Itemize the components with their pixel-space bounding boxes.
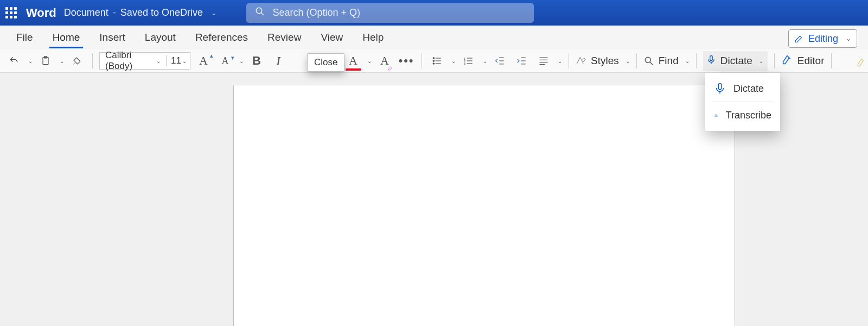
chevron-down-icon[interactable]: ⌄ — [483, 58, 487, 64]
menu-item-label: Transcribe — [726, 110, 771, 121]
tooltip-close: Close — [307, 53, 344, 72]
svg-text:3: 3 — [464, 62, 465, 66]
paste-button[interactable] — [37, 52, 54, 70]
styles-label: Styles — [591, 55, 619, 67]
svg-rect-30 — [718, 84, 722, 90]
more-options-button[interactable]: ••• — [398, 52, 415, 70]
tab-references[interactable]: References — [186, 26, 258, 49]
search-icon — [255, 7, 265, 19]
svg-point-4 — [433, 58, 435, 59]
format-painter-button[interactable] — [68, 52, 86, 70]
chevron-down-icon[interactable]: ⌄ — [367, 58, 372, 64]
chevron-down-icon: ⌄ — [685, 58, 690, 64]
svg-line-27 — [650, 62, 653, 65]
ribbon-toolbar: ⌄ ⌄ Calibri (Body) ⌄ 11 ⌄ A▴ A▾ ⌄ B I — [0, 49, 868, 73]
svg-point-8 — [433, 63, 435, 65]
font-name-value: Calibri (Body) — [105, 50, 155, 72]
chevron-down-icon[interactable]: ⌄ — [239, 58, 244, 64]
ribbon-tabs: File Home Insert Layout References Revie… — [0, 26, 868, 49]
title-bar: Word Document - Saved to OneDrive ⌄ Sear… — [0, 0, 868, 26]
search-placeholder: Search (Option + Q) — [272, 7, 360, 18]
tab-review[interactable]: Review — [258, 26, 311, 49]
find-button[interactable]: Find ⌄ — [643, 55, 690, 67]
clear-formatting-button[interactable]: A — [376, 52, 393, 70]
dictate-label: Dictate — [720, 55, 752, 67]
transcribe-icon — [714, 109, 718, 121]
menu-divider — [712, 102, 774, 102]
pencil-icon — [794, 34, 804, 43]
dictate-menu-dictate[interactable]: Dictate — [705, 77, 780, 100]
chevron-down-icon: ⌄ — [846, 35, 851, 42]
editor-label: Editor — [797, 55, 825, 67]
bullet-list-button[interactable] — [429, 52, 446, 70]
chevron-down-icon: ⌄ — [182, 58, 187, 64]
search-input[interactable]: Search (Option + Q) — [246, 3, 534, 23]
chevron-down-icon: ⌄ — [156, 58, 161, 64]
chevron-down-icon: ⌄ — [626, 58, 630, 64]
microphone-icon — [714, 83, 726, 95]
menu-item-label: Dictate — [733, 83, 764, 95]
editor-icon — [781, 54, 793, 68]
chevron-down-icon: ⌄ — [759, 58, 763, 64]
microphone-icon — [706, 53, 716, 69]
tab-layout[interactable]: Layout — [135, 26, 186, 49]
undo-button[interactable] — [5, 52, 23, 70]
dictate-button[interactable]: Dictate ⌄ — [703, 51, 768, 71]
search-container: Search (Option + Q) — [246, 3, 534, 23]
find-label: Find — [659, 55, 679, 67]
tooltip-label: Close — [314, 57, 337, 67]
dictate-menu: Dictate Transcribe — [705, 73, 780, 131]
grow-font-button[interactable]: A▴ — [195, 52, 212, 70]
document-page[interactable] — [233, 85, 735, 326]
app-launcher-button[interactable] — [0, 0, 22, 26]
tab-home[interactable]: Home — [43, 26, 90, 49]
font-size-value: 11 — [171, 55, 181, 66]
font-size-selector[interactable]: 11 ⌄ — [166, 55, 190, 66]
tab-help[interactable]: Help — [353, 26, 393, 49]
editing-mode-label: Editing — [808, 33, 838, 45]
svg-line-1 — [261, 12, 264, 15]
chevron-down-icon: ⌄ — [211, 9, 216, 17]
chevron-down-icon[interactable]: ⌄ — [558, 58, 562, 64]
overflow-icon[interactable] — [853, 54, 868, 71]
svg-point-26 — [645, 57, 650, 62]
search-icon — [643, 55, 654, 66]
styles-button[interactable]: Styles ⌄ — [576, 55, 630, 67]
align-button[interactable] — [535, 52, 552, 70]
waffle-icon — [5, 7, 17, 18]
tab-file[interactable]: File — [7, 26, 43, 49]
italic-button[interactable]: I — [270, 52, 287, 70]
styles-icon — [576, 55, 586, 66]
svg-rect-28 — [710, 55, 712, 60]
chevron-down-icon[interactable]: ⌄ — [28, 58, 33, 64]
bold-button[interactable]: B — [248, 52, 265, 70]
tab-view[interactable]: View — [311, 26, 353, 49]
dictate-menu-transcribe[interactable]: Transcribe — [705, 104, 780, 127]
increase-indent-button[interactable] — [513, 52, 531, 70]
tab-insert[interactable]: Insert — [90, 26, 135, 49]
numbered-list-button[interactable]: 123 — [460, 52, 477, 70]
chevron-down-icon[interactable]: ⌄ — [451, 58, 456, 64]
document-title[interactable]: Document - Saved to OneDrive ⌄ — [64, 7, 216, 18]
editor-button[interactable]: Editor — [781, 54, 825, 68]
font-color-button[interactable]: A — [344, 52, 362, 70]
eraser-icon — [388, 64, 394, 71]
font-selector[interactable]: Calibri (Body) ⌄ 11 ⌄ — [99, 52, 190, 70]
editing-mode-button[interactable]: Editing ⌄ — [788, 29, 857, 48]
decrease-indent-button[interactable] — [492, 52, 509, 70]
document-name: Document — [64, 7, 108, 18]
save-state: Saved to OneDrive — [120, 7, 203, 18]
shrink-font-button[interactable]: A▾ — [216, 52, 234, 70]
svg-point-0 — [257, 8, 263, 14]
svg-point-6 — [433, 60, 435, 62]
app-name: Word — [26, 6, 56, 20]
chevron-down-icon[interactable]: ⌄ — [60, 58, 64, 64]
